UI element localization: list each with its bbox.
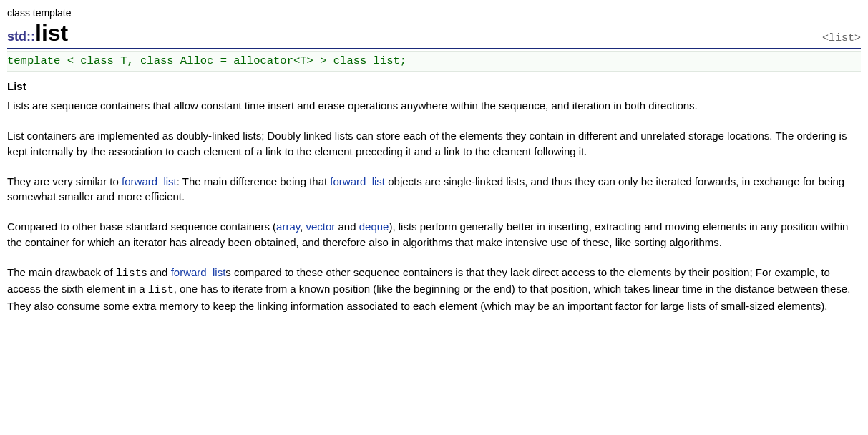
list-mono: list — [116, 268, 142, 280]
template-declaration: template < class T, class Alloc = alloca… — [7, 51, 861, 71]
forward-list-link[interactable]: forward_list — [122, 175, 177, 187]
paragraph-3: They are very similar to forward_list: T… — [7, 174, 861, 205]
class-name: list — [35, 21, 68, 44]
text-fragment: s and — [142, 266, 171, 278]
vector-link[interactable]: vector — [306, 220, 335, 233]
paragraph-2: List containers are implemented as doubl… — [7, 128, 861, 160]
text-fragment: and — [335, 220, 359, 233]
paragraph-5: The main drawback of lists and forward_l… — [7, 265, 861, 314]
prototype-header: std::list <list> — [7, 21, 861, 49]
forward-list-link[interactable]: forward_list — [330, 175, 385, 187]
header-include: <list> — [822, 31, 861, 47]
section-title: List — [7, 79, 861, 94]
text-fragment: The main drawback of — [7, 266, 116, 278]
text-fragment: Compared to other base standard sequence… — [7, 220, 276, 233]
category-label: class template — [7, 6, 861, 20]
prototype-left: std::list — [7, 21, 68, 46]
deque-link[interactable]: deque — [359, 220, 389, 233]
text-fragment: : The main difference being that — [177, 175, 331, 187]
text-fragment: They are very similar to — [7, 175, 122, 187]
paragraph-4: Compared to other base standard sequence… — [7, 219, 861, 250]
list-mono: list — [148, 284, 174, 296]
paragraph-1: Lists are sequence containers that allow… — [7, 98, 861, 114]
namespace-label: std:: — [7, 27, 35, 46]
forward-list-link[interactable]: forward_list — [171, 266, 226, 278]
array-link[interactable]: array — [276, 220, 300, 233]
